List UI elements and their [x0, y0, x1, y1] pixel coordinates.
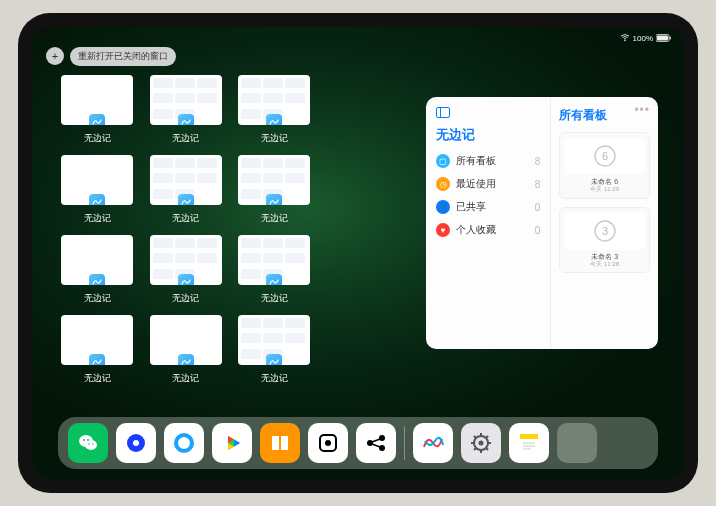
svg-rect-4	[437, 108, 450, 118]
svg-point-27	[379, 445, 385, 451]
screen: 100% + 重新打开已关闭的窗口 无边记无边记无边记无边记无边记无边记无边记无…	[32, 27, 684, 479]
svg-rect-40	[520, 434, 538, 439]
window-thumbnail[interactable]: 无边记	[149, 235, 224, 305]
dock-qqbrowser-icon[interactable]	[164, 423, 204, 463]
thumbnail-label: 无边记	[172, 292, 199, 305]
panel-sidebar: 无边记 ▢所有看板8◷最近使用8👤已共享0♥个人收藏0	[426, 97, 551, 349]
square-icon: ▢	[436, 154, 450, 168]
plus-icon: +	[52, 50, 58, 62]
svg-point-25	[367, 440, 373, 446]
dock-settings-icon[interactable]	[461, 423, 501, 463]
svg-point-12	[83, 439, 85, 441]
board-card[interactable]: 3未命名 3今天 11:28	[559, 207, 650, 274]
svg-point-11	[85, 440, 97, 450]
svg-text:6: 6	[602, 150, 608, 162]
board-card[interactable]: 6未命名 6今天 11:29	[559, 132, 650, 199]
dock-play-icon[interactable]	[212, 423, 252, 463]
freeform-app-icon	[178, 194, 194, 205]
window-thumbnail[interactable]: 无边记	[149, 75, 224, 145]
dock	[58, 417, 658, 469]
app-switcher-grid: 无边记无边记无边记无边记无边记无边记无边记无边记无边记无边记无边记无边记	[60, 75, 400, 385]
thumbnail-label: 无边记	[261, 212, 288, 225]
freeform-app-icon	[266, 194, 282, 205]
thumbnail-label: 无边记	[261, 292, 288, 305]
svg-text:3: 3	[602, 225, 608, 237]
board-meta: 未命名 3今天 11:28	[564, 253, 645, 269]
more-icon[interactable]: •••	[634, 103, 650, 117]
freeform-app-icon	[266, 274, 282, 285]
window-thumbnail[interactable]: 无边记	[60, 315, 135, 385]
freeform-app-icon	[89, 354, 105, 365]
status-bar: 100%	[32, 31, 684, 45]
svg-point-26	[379, 435, 385, 441]
window-thumbnail[interactable]: 无边记	[237, 235, 312, 305]
svg-line-28	[372, 439, 380, 442]
board-preview: 3	[564, 212, 645, 250]
thumbnail-label: 无边记	[261, 132, 288, 145]
thumbnail-label: 无边记	[172, 212, 199, 225]
svg-line-39	[486, 436, 488, 438]
heart-icon: ♥	[436, 223, 450, 237]
thumbnail-label: 无边记	[84, 212, 111, 225]
window-thumbnail[interactable]: 无边记	[149, 315, 224, 385]
ipad-frame: 100% + 重新打开已关闭的窗口 无边记无边记无边记无边记无边记无边记无边记无…	[18, 13, 698, 493]
svg-point-14	[88, 443, 90, 445]
svg-point-24	[325, 440, 331, 446]
freeform-app-icon	[89, 274, 105, 285]
svg-point-13	[87, 439, 89, 441]
sidebar-item[interactable]: ♥个人收藏0	[436, 223, 540, 237]
sidebar-item-count: 0	[535, 225, 541, 236]
dock-notes-icon[interactable]	[509, 423, 549, 463]
thumbnail-label: 无边记	[172, 372, 199, 385]
dock-browser1-icon[interactable]	[116, 423, 156, 463]
window-thumbnail[interactable]: 无边记	[237, 315, 312, 385]
sidebar-item[interactable]: ▢所有看板8	[436, 154, 540, 168]
reopen-closed-window[interactable]: 重新打开已关闭的窗口	[70, 47, 176, 66]
sidebar-item-count: 8	[535, 179, 541, 190]
window-thumbnail[interactable]: 无边记	[237, 155, 312, 225]
dock-separator	[404, 426, 405, 460]
svg-line-29	[372, 444, 380, 447]
freeform-app-icon	[266, 354, 282, 365]
window-thumbnail[interactable]: 无边记	[60, 235, 135, 305]
svg-point-17	[133, 440, 139, 446]
battery-text: 100%	[633, 34, 653, 43]
svg-point-18	[176, 435, 192, 451]
thumbnail-label: 无边记	[84, 372, 111, 385]
sidebar-item-label: 所有看板	[456, 154, 496, 168]
sidebar-item-label: 个人收藏	[456, 223, 496, 237]
svg-point-31	[479, 441, 484, 446]
sidebar-icon[interactable]	[436, 107, 450, 118]
board-meta: 未命名 6今天 11:29	[564, 178, 645, 194]
window-thumbnail[interactable]: 无边记	[149, 155, 224, 225]
sidebar-item-label: 最近使用	[456, 177, 496, 191]
thumbnail-label: 无边记	[172, 132, 199, 145]
add-button[interactable]: +	[46, 47, 64, 65]
svg-line-35	[474, 448, 476, 450]
dock-wechat-icon[interactable]	[68, 423, 108, 463]
dock-freeform-icon[interactable]	[413, 423, 453, 463]
thumbnail-label: 无边记	[261, 372, 288, 385]
svg-point-15	[92, 443, 94, 445]
sidebar-item[interactable]: 👤已共享0	[436, 200, 540, 214]
window-thumbnail[interactable]: 无边记	[237, 75, 312, 145]
sidebar-item[interactable]: ◷最近使用8	[436, 177, 540, 191]
dock-dice-icon[interactable]	[308, 423, 348, 463]
battery-icon	[656, 34, 672, 42]
sidebar-item-count: 0	[535, 202, 541, 213]
sidebar-item-count: 8	[535, 156, 541, 167]
sidebar-item-label: 已共享	[456, 200, 486, 214]
window-thumbnail[interactable]: 无边记	[60, 75, 135, 145]
thumbnail-label: 无边记	[84, 132, 111, 145]
dock-folder-icon[interactable]	[557, 423, 597, 463]
freeform-panel[interactable]: ••• 无边记 ▢所有看板8◷最近使用8👤已共享0♥个人收藏0 所有看板 6未命…	[426, 97, 658, 349]
window-thumbnail[interactable]: 无边记	[60, 155, 135, 225]
dock-nodes-icon[interactable]	[356, 423, 396, 463]
wifi-icon	[620, 34, 630, 42]
freeform-app-icon	[89, 114, 105, 125]
dock-books-icon[interactable]	[260, 423, 300, 463]
freeform-app-icon	[178, 114, 194, 125]
svg-rect-2	[657, 36, 668, 41]
freeform-app-icon	[178, 354, 194, 365]
svg-line-37	[474, 436, 476, 438]
